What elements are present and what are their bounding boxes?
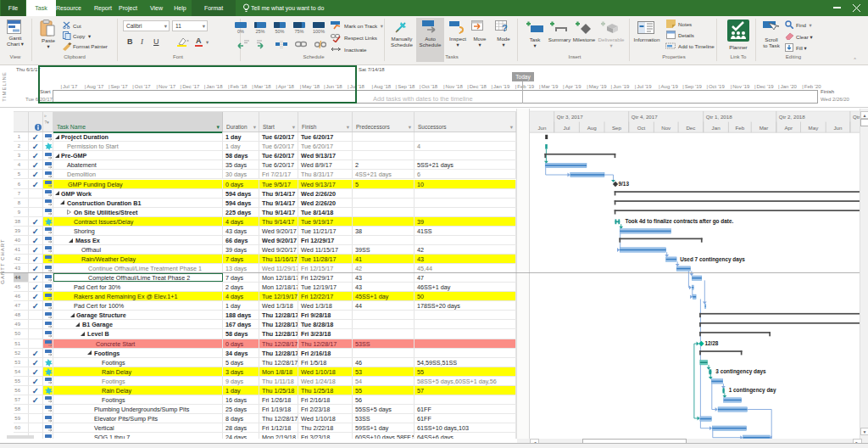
svg-text:Used 7 contingency days: Used 7 contingency days [680,256,745,263]
svg-text:Jul: Jul [564,125,570,131]
svg-text:Feb: Feb [735,125,744,131]
svg-text:1 contingency day: 1 contingency day [729,387,776,394]
svg-text:Apr: Apr [784,125,793,131]
svg-text:12/28: 12/28 [704,340,718,346]
svg-text:May: May [809,125,820,131]
svg-text:Jan: Jan [712,125,721,131]
svg-text:3 contingency days: 3 contingency days [715,368,766,375]
svg-text:Oct: Oct [637,125,646,131]
svg-text:Qtr 3, 2017: Qtr 3, 2017 [557,114,584,120]
svg-text:Took 4d to finalize contracts: Took 4d to finalize contracts after go d… [626,218,734,225]
svg-text:Qtr 4, 2017: Qtr 4, 2017 [632,114,659,120]
svg-text:Qtr 2, 2018: Qtr 2, 2018 [779,114,806,120]
svg-text:Jun: Jun [537,125,547,131]
svg-text:Aug: Aug [587,125,598,131]
svg-text:9/13: 9/13 [619,181,630,187]
svg-text:Nov: Nov [661,125,671,131]
svg-text:Sep: Sep [612,125,622,131]
svg-text:?: ? [502,23,508,33]
svg-text:Qtr 3, 2018: Qtr 3, 2018 [853,114,860,120]
svg-text:Mar: Mar [760,125,769,131]
svg-text:Jun: Jun [834,125,843,131]
svg-text:Dec: Dec [686,125,695,131]
svg-text:Qtr 1, 2018: Qtr 1, 2018 [706,114,733,120]
